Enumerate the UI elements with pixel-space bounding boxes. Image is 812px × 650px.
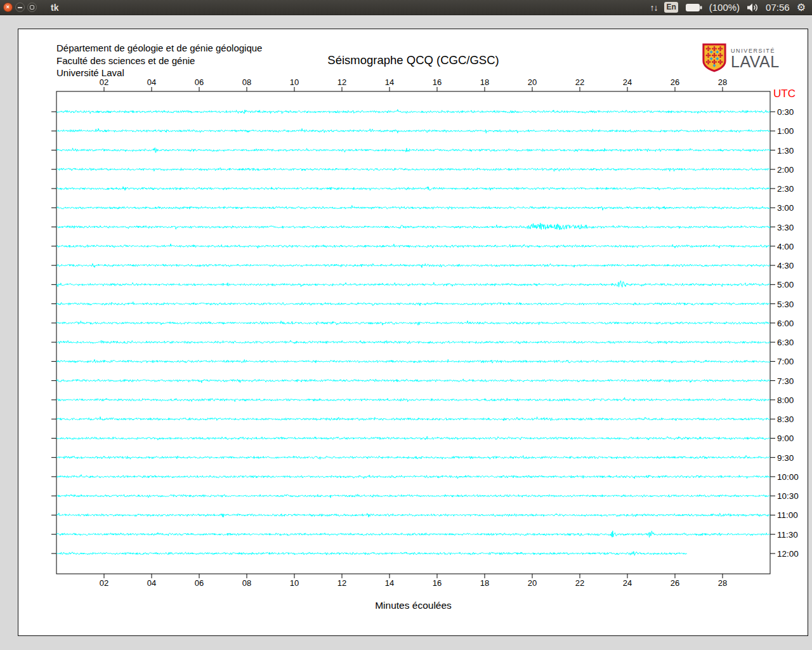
x-tick-label-top: 18: [480, 77, 489, 87]
utc-row-label: 9:30: [777, 453, 794, 463]
utc-row-label: 2:30: [777, 184, 794, 194]
x-axis-title: Minutes écoulées: [56, 600, 770, 611]
x-tick-label-bottom: 20: [528, 578, 537, 588]
seismogram-trace: [56, 321, 770, 325]
keyboard-layout-indicator[interactable]: En: [664, 2, 678, 13]
x-tick-label-top: 22: [575, 77, 584, 87]
seismogram-trace: [56, 513, 770, 517]
seismogram-trace: [56, 397, 770, 402]
utc-row-label: 4:30: [777, 261, 794, 270]
utc-row-label: 6:00: [777, 319, 794, 328]
x-tick-label-top: 28: [718, 77, 727, 87]
x-tick-label-bottom: 14: [385, 578, 394, 588]
x-tick-label-top: 10: [290, 77, 299, 87]
utc-row-label: 12:00: [777, 549, 799, 559]
x-tick-label-top: 20: [528, 77, 537, 87]
plot-border: [56, 91, 770, 574]
utc-row-label: 3:00: [777, 203, 794, 213]
utc-row-label: 10:30: [777, 491, 799, 501]
x-tick-label-bottom: 22: [575, 578, 584, 588]
utc-row-label: 6:30: [777, 338, 794, 347]
x-tick-label-top: 08: [242, 77, 251, 87]
seismogram-trace: [56, 128, 770, 133]
seismogram-trace: [56, 531, 770, 537]
x-tick-label-bottom: 04: [147, 578, 156, 588]
utc-row-label: 5:00: [777, 280, 794, 289]
seismogram-trace: [56, 263, 770, 267]
x-tick-label-top: 04: [147, 77, 156, 87]
x-tick-label-bottom: 24: [623, 578, 632, 588]
utc-row-label: 11:30: [777, 530, 798, 540]
x-tick-label-top: 12: [337, 77, 346, 87]
utc-row-label: 7:30: [777, 376, 794, 386]
close-button[interactable]: ×: [3, 3, 13, 12]
utc-row-label: 1:00: [777, 126, 794, 136]
seismogram-trace: [56, 148, 770, 153]
updown-arrows-icon[interactable]: ↑↓: [650, 3, 657, 13]
battery-icon[interactable]: [685, 3, 702, 12]
seismogram-trace: [56, 281, 770, 287]
x-tick-label-top: 02: [100, 77, 108, 87]
x-tick-label-top: 16: [433, 77, 442, 87]
clock[interactable]: 07:56: [766, 2, 790, 13]
utc-row-label: 8:30: [777, 415, 794, 424]
seismogram-trace: [56, 302, 770, 306]
utc-row-label: 0:30: [777, 107, 794, 117]
gear-icon[interactable]: ⚙: [797, 1, 806, 13]
utc-row-label: 8:00: [777, 395, 794, 405]
x-tick-label-bottom: 16: [433, 578, 442, 588]
seismogram-trace: [56, 223, 770, 230]
x-tick-label-bottom: 02: [100, 578, 108, 588]
utc-row-label: 4:00: [777, 242, 794, 251]
seismogram-trace: [56, 436, 770, 440]
volume-icon[interactable]: [747, 3, 759, 12]
utc-row-label: 1:30: [777, 146, 794, 156]
minimize-icon: [18, 7, 22, 8]
seismogram-trace: [56, 456, 770, 460]
seismogram-trace: [56, 552, 687, 556]
x-tick-label-top: 06: [195, 77, 204, 87]
x-tick-label-bottom: 12: [337, 578, 346, 588]
top-menubar: × tk ↑↓ En (100%) 07:56 ⚙: [0, 0, 812, 15]
seismogram-trace: [56, 494, 770, 498]
seismogram-trace: [56, 379, 770, 383]
maximize-icon: [30, 5, 34, 10]
seismogram-trace: [56, 168, 770, 171]
utc-row-label: 3:30: [777, 223, 794, 232]
seismogram-trace: [56, 244, 770, 248]
seismogram-trace: [56, 206, 770, 211]
maximize-button[interactable]: [27, 3, 37, 12]
seismogram-trace: [56, 110, 770, 114]
x-tick-label-top: 24: [623, 77, 632, 87]
x-tick-label-bottom: 18: [480, 578, 489, 588]
tk-window: Département de géologie et de génie géol…: [18, 29, 808, 636]
utc-row-label: 2:00: [777, 165, 794, 175]
window-title: tk: [51, 3, 58, 13]
x-tick-label-bottom: 08: [242, 578, 251, 588]
x-tick-label-bottom: 06: [195, 578, 204, 588]
system-tray: ↑↓ En (100%) 07:56 ⚙: [650, 1, 812, 13]
seismogram-trace: [56, 187, 770, 190]
utc-row-label: 5:30: [777, 300, 794, 309]
utc-row-label: 10:00: [777, 472, 799, 482]
seismogram-trace: [56, 340, 770, 344]
x-tick-label-bottom: 10: [290, 578, 299, 588]
utc-row-label: 9:00: [777, 434, 794, 443]
seismogram-trace: [56, 359, 770, 363]
x-tick-label-top: 14: [385, 77, 394, 87]
x-tick-label-bottom: 26: [671, 578, 679, 588]
utc-row-label: 7:00: [777, 357, 794, 366]
seismogram-plot: 0202040406060808101012121414161618182020…: [18, 29, 808, 635]
seismogram-trace: [56, 475, 770, 479]
battery-percent: (100%): [709, 2, 740, 13]
seismogram-trace: [56, 417, 770, 421]
minimize-button[interactable]: [15, 3, 25, 12]
x-tick-label-top: 26: [671, 77, 679, 87]
utc-row-label: 11:00: [777, 510, 798, 520]
window-controls: ×: [3, 3, 37, 12]
utc-axis-title: UTC: [773, 88, 796, 100]
x-tick-label-bottom: 28: [718, 578, 727, 588]
